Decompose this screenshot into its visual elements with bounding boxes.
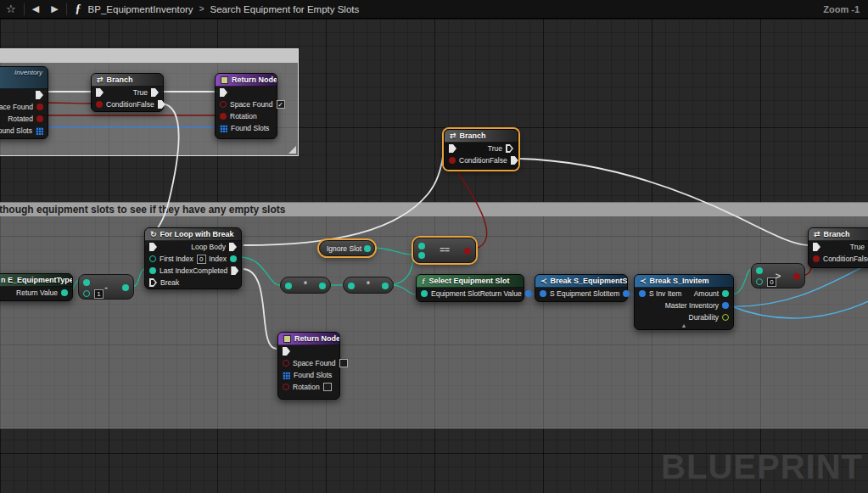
rotation-pin[interactable] <box>220 113 227 120</box>
output-pin[interactable] <box>793 273 800 280</box>
durability-pin[interactable] <box>722 314 729 321</box>
comment-header[interactable]: though equipment slots to see if they ha… <box>0 203 868 216</box>
exec-in-pin[interactable] <box>283 347 290 356</box>
blueprint-editor: ☆ ◀ ▶ ƒ BP_EquipmentInventory > Search E… <box>0 0 868 493</box>
comment-header[interactable] <box>0 49 298 63</box>
graph-canvas[interactable]: though equipment slots to see if they ha… <box>0 19 868 493</box>
found-slots-array-pin[interactable] <box>36 127 43 135</box>
index-pin[interactable] <box>230 255 237 262</box>
node-subtitle: Inventory <box>0 69 42 76</box>
node-title: Select Equipment Slot <box>429 277 510 285</box>
break-struct-icon: ≺ <box>640 277 647 285</box>
variable-label: Ignore Slot <box>327 244 361 253</box>
node-title: Branch <box>107 76 133 84</box>
favorite-star-icon[interactable]: ☆ <box>0 0 22 19</box>
back-arrow-icon[interactable]: ◀ <box>26 3 45 14</box>
node-title: Branch <box>824 230 850 238</box>
true-exec-pin[interactable] <box>151 88 159 97</box>
pin-label: S Equipment Slot <box>550 289 606 298</box>
exec-in-pin[interactable] <box>96 88 104 97</box>
pin-label: True <box>850 243 865 251</box>
output-pin[interactable] <box>382 283 389 289</box>
first-index-value[interactable]: 0 <box>197 255 206 264</box>
exec-in-pin[interactable] <box>220 88 227 97</box>
exec-out-pin[interactable] <box>36 91 43 99</box>
output-pin[interactable] <box>464 248 471 255</box>
return-icon <box>221 76 228 84</box>
for-loop-with-break-node[interactable]: ↻ For Loop with Break Loop Body First In… <box>144 227 242 289</box>
branch-node-top[interactable]: ⇄ Branch True Condition False <box>91 73 164 112</box>
return-value-pin[interactable] <box>61 289 68 296</box>
collapse-arrow-icon[interactable]: ▲ <box>635 322 733 328</box>
output-pin[interactable] <box>319 283 326 289</box>
equipment-type-node[interactable]: n E_EquipmentType Return Value <box>0 273 73 301</box>
pin-label: False <box>490 156 507 165</box>
condition-pin[interactable] <box>96 101 103 108</box>
space-found-checkbox[interactable]: ✓ <box>277 100 285 109</box>
branch-node-right[interactable]: ⇄ Branch True Condition False <box>808 227 868 268</box>
space-found-pin[interactable] <box>283 360 289 367</box>
breadcrumb-root[interactable]: BP_EquipmentInventory <box>88 4 193 14</box>
exec-in-pin[interactable] <box>813 243 820 251</box>
subtract-node[interactable]: 1 - <box>78 274 134 300</box>
comment-resize-handle[interactable] <box>288 146 296 154</box>
return-node-top[interactable]: Return Node Space Found✓ Rotation Found … <box>215 73 277 139</box>
pin-label: S Inv Item <box>649 289 681 298</box>
last-index-pin[interactable] <box>149 267 156 274</box>
condition-pin[interactable] <box>813 255 820 262</box>
space-found-checkbox[interactable] <box>339 359 348 367</box>
equals-node[interactable]: == <box>413 238 476 263</box>
branch-node-middle[interactable]: ⇄ Branch True Condition False <box>444 129 518 170</box>
node-header: ⇄ Branch <box>445 130 518 143</box>
forward-arrow-icon[interactable]: ▶ <box>45 3 64 14</box>
false-exec-pin[interactable] <box>158 100 165 109</box>
multiply-node-1[interactable]: * <box>280 277 331 294</box>
select-equipment-slot-node[interactable]: ƒ Select Equipment Slot Equipment Slot R… <box>416 274 524 302</box>
exec-in-pin[interactable] <box>149 243 157 251</box>
breadcrumb-page[interactable]: Search Equipment for Empty Slots <box>210 4 359 14</box>
found-slots-array-pin[interactable] <box>220 125 227 132</box>
found-slots-array-pin[interactable] <box>283 372 290 379</box>
rotated-pin[interactable] <box>36 115 43 122</box>
struct-in-pin[interactable] <box>639 290 646 297</box>
break-exec-pin[interactable] <box>149 278 157 287</box>
exec-in-pin[interactable] <box>449 144 456 153</box>
return-node-bottom[interactable]: Return Node Space Found Found Slots Rota… <box>277 332 340 400</box>
master-inventory-pin[interactable] <box>722 302 729 309</box>
multiply-node-2[interactable]: * <box>343 277 394 294</box>
function-icon: ƒ <box>422 277 426 285</box>
node-title: n E_EquipmentType <box>1 276 72 284</box>
rotation-checkbox[interactable] <box>323 383 332 391</box>
node-header: ⇄ Branch <box>809 228 868 241</box>
output-pin[interactable] <box>122 284 129 291</box>
completed-exec-pin[interactable] <box>231 266 238 275</box>
node-header: ≺ Break S_Invitem <box>635 275 733 288</box>
inventory-function-node[interactable]: Inventory Space Found Rotated Found Slot… <box>0 66 48 139</box>
amount-pin[interactable] <box>722 290 729 297</box>
return-value-pin[interactable] <box>525 290 532 297</box>
equipment-slot-pin[interactable] <box>421 290 428 297</box>
pin-label: Last Index <box>160 266 193 275</box>
space-found-pin[interactable] <box>36 104 43 110</box>
rotation-pin[interactable] <box>283 384 289 390</box>
ignore-slot-variable-node[interactable]: Ignore Slot <box>319 240 375 256</box>
space-found-pin[interactable] <box>220 101 227 108</box>
break-inv-item-node[interactable]: ≺ Break S_Invitem S Inv Item Amount Mast… <box>634 274 734 330</box>
comment-box-main[interactable]: though equipment slots to see if they ha… <box>0 202 868 429</box>
pin-label: Rotated <box>8 115 33 123</box>
true-exec-pin[interactable] <box>506 144 513 153</box>
greater-than-node[interactable]: 0 > <box>751 263 805 289</box>
pin-label: Equipment Slot <box>431 289 480 298</box>
struct-in-pin[interactable] <box>540 290 546 297</box>
output-pin[interactable] <box>364 245 371 252</box>
condition-pin[interactable] <box>449 157 456 164</box>
pin-label: Found Slots <box>231 124 269 132</box>
first-index-pin[interactable] <box>149 255 156 262</box>
return-icon <box>283 335 291 343</box>
loop-body-exec-pin[interactable] <box>229 243 237 251</box>
divider <box>66 3 67 15</box>
false-exec-pin[interactable] <box>511 156 518 165</box>
item-pin[interactable] <box>623 290 630 297</box>
pin-label: True <box>133 88 148 97</box>
break-equipment-slot-node[interactable]: ≺ Break S_EquipmentSlot S Equipment Slot… <box>535 274 628 302</box>
